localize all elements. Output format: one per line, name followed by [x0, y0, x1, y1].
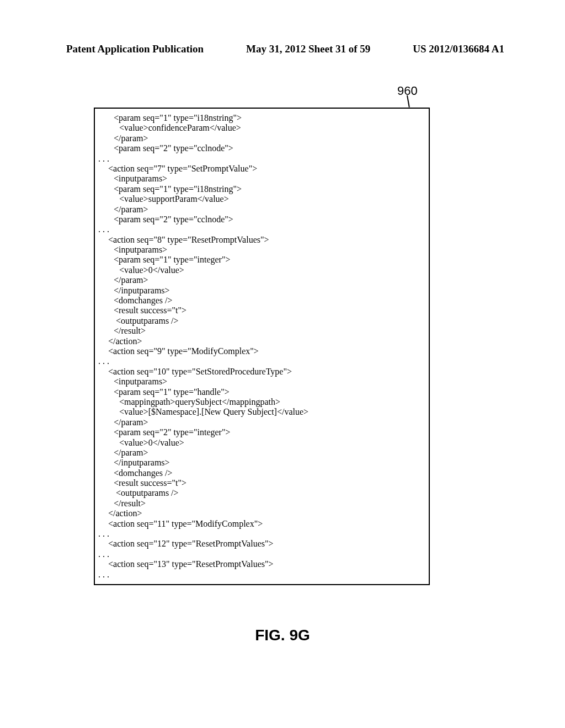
- code-line: <value>0</value>: [98, 265, 427, 275]
- code-line: . . .: [98, 154, 427, 164]
- code-line: </action>: [98, 336, 427, 346]
- code-line: . . .: [98, 224, 427, 234]
- code-line: <outputparams />: [98, 316, 427, 326]
- code-line: <param seq="2" type="cclnode">: [98, 215, 427, 224]
- code-line: </param>: [98, 275, 427, 285]
- code-line: <result success="t">: [98, 306, 427, 315]
- code-line: . . .: [98, 529, 427, 539]
- header-center: May 31, 2012 Sheet 31 of 59: [246, 43, 370, 55]
- code-line: <result success="t">: [98, 478, 427, 488]
- code-line: </param>: [98, 448, 427, 458]
- code-line: </inputparams>: [98, 458, 427, 468]
- code-line: <action seq="10" type="SetStoredProcedur…: [98, 367, 427, 377]
- code-line: </param>: [98, 205, 427, 215]
- code-line: <value>confidenceParam</value>: [98, 123, 427, 133]
- code-line: <inputparams>: [98, 245, 427, 255]
- code-line: . . .: [98, 549, 427, 559]
- code-line: <domchanges />: [98, 468, 427, 478]
- code-line: </inputparams>: [98, 286, 427, 296]
- code-line: <action seq="12" type="ResetPromptValues…: [98, 539, 427, 549]
- code-line: <inputparams>: [98, 174, 427, 184]
- code-line: <action seq="7" type="SetPromptValue">: [98, 164, 427, 174]
- code-line: </result>: [98, 326, 427, 336]
- figure-caption: FIG. 9G: [0, 627, 565, 644]
- code-line: <action seq="11" type="ModifyComplex">: [98, 519, 427, 529]
- code-line: </param>: [98, 417, 427, 427]
- code-line: <action seq="9" type="ModifyComplex">: [98, 346, 427, 356]
- header-right: US 2012/0136684 A1: [413, 43, 504, 55]
- code-line: <mappingpath>querySubject</mappingpath>: [98, 397, 427, 407]
- code-line: <action seq="13" type="ResetPromptValues…: [98, 559, 427, 569]
- code-line: . . .: [98, 570, 427, 580]
- header-left: Patent Application Publication: [66, 43, 204, 55]
- code-line: <param seq="2" type="cclnode">: [98, 143, 427, 153]
- code-line: <value>0</value>: [98, 438, 427, 448]
- xml-code-figure: <param seq="1" type="i18nstring"><value>…: [94, 108, 430, 585]
- code-line: <param seq="1" type="i18nstring">: [98, 113, 427, 123]
- page-header: Patent Application Publication May 31, 2…: [0, 43, 565, 55]
- code-line: <param seq="1" type="i18nstring">: [98, 184, 427, 194]
- code-line: . . .: [98, 356, 427, 366]
- code-line: <action seq="8" type="ResetPromptValues"…: [98, 235, 427, 245]
- code-line: <outputparams />: [98, 488, 427, 498]
- code-line: <value>supportParam</value>: [98, 194, 427, 204]
- figure-pointer-line: [407, 95, 412, 109]
- code-line: <value>[$Namespace].[New Query Subject]<…: [98, 407, 427, 417]
- code-line: </result>: [98, 499, 427, 508]
- code-line: <param seq="1" type="integer">: [98, 255, 427, 265]
- code-line: <inputparams>: [98, 377, 427, 387]
- code-line: <param seq="2" type="integer">: [98, 427, 427, 437]
- code-line: </param>: [98, 133, 427, 143]
- code-line: <domchanges />: [98, 296, 427, 306]
- code-line: <param seq="1" type="handle">: [98, 387, 427, 397]
- code-line: </action>: [98, 508, 427, 518]
